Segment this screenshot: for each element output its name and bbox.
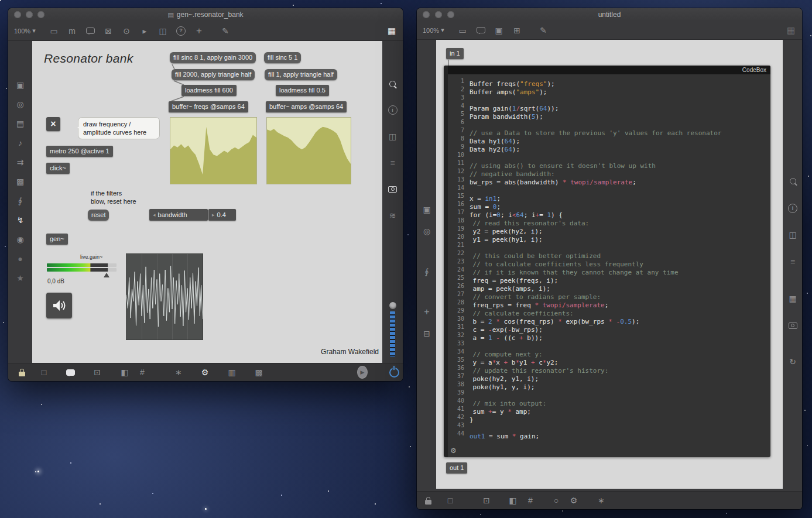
- grid-view-icon[interactable]: ▦: [786, 25, 796, 36]
- circle-icon[interactable]: ○: [551, 495, 561, 506]
- wrench-icon[interactable]: ⚙: [568, 495, 579, 506]
- message-reset[interactable]: reset: [88, 210, 109, 221]
- new-button-icon[interactable]: ⊙: [121, 26, 132, 36]
- grid-snap-icon[interactable]: #: [137, 367, 148, 378]
- ui-panel-icon[interactable]: ▤: [15, 118, 26, 129]
- audio-note-icon[interactable]: ♪: [15, 138, 26, 148]
- buffer-display-freqs[interactable]: [170, 117, 257, 184]
- refresh-icon[interactable]: ↻: [787, 356, 798, 367]
- gen-cube-icon[interactable]: ▣: [422, 204, 432, 215]
- step-grid-icon[interactable]: ▩: [253, 367, 264, 378]
- select-mode-icon[interactable]: □: [39, 367, 49, 378]
- new-comment-icon[interactable]: [85, 26, 95, 36]
- lock-icon[interactable]: [423, 495, 433, 506]
- attachment-icon[interactable]: ∮: [422, 266, 432, 277]
- compare-icon[interactable]: ◧: [508, 495, 518, 506]
- object-loadmess-amps[interactable]: loadmess fill 0.5: [276, 85, 329, 96]
- paint-icon[interactable]: ✎: [538, 25, 549, 36]
- help-icon[interactable]: ?: [176, 26, 186, 36]
- codebox[interactable]: CodeBox 1Buffer freqs("freqs");2Buffer a…: [444, 66, 770, 457]
- audio-on-button[interactable]: [46, 293, 72, 318]
- paint-icon[interactable]: ✎: [220, 26, 231, 36]
- close-button[interactable]: [423, 11, 430, 18]
- minimize-button[interactable]: [26, 11, 33, 18]
- object-click[interactable]: click~: [46, 163, 70, 174]
- plug-icon[interactable]: ↯: [15, 215, 26, 225]
- dual-view-icon[interactable]: ◫: [388, 131, 398, 142]
- attachment-icon[interactable]: ∮: [15, 195, 26, 206]
- object-inlet[interactable]: in 1: [446, 48, 464, 59]
- search-icon[interactable]: [787, 176, 798, 186]
- layers-icon[interactable]: ⊡: [92, 367, 102, 378]
- dual-view-icon[interactable]: ◫: [787, 229, 798, 240]
- compare-icon[interactable]: ◧: [119, 367, 130, 378]
- message-fill-triangle-amps[interactable]: fill 1, apply triangle half: [265, 69, 337, 80]
- run-loop-button[interactable]: ▶: [357, 367, 368, 378]
- close-button[interactable]: [14, 11, 21, 18]
- new-object-icon[interactable]: ▭: [49, 26, 59, 36]
- zoom-button[interactable]: [447, 11, 454, 18]
- star-icon[interactable]: ★: [15, 273, 26, 283]
- record-icon[interactable]: ◎: [15, 99, 26, 109]
- message-fill-triangle-freqs[interactable]: fill 2000, apply triangle half: [172, 69, 255, 80]
- record-icon[interactable]: ◎: [422, 226, 432, 236]
- branch-icon[interactable]: ∗: [173, 367, 184, 378]
- grid-snap-icon[interactable]: #: [525, 495, 536, 506]
- list-view-icon[interactable]: ≡: [388, 157, 398, 168]
- toggle-object[interactable]: ×: [46, 117, 60, 131]
- codebox-edit-icon[interactable]: ⚙: [450, 447, 457, 455]
- attrui-bandwidth-value[interactable]: ▸ 0.4: [208, 209, 236, 221]
- info-icon[interactable]: i: [388, 105, 398, 115]
- grid-view-icon[interactable]: ▦: [386, 26, 397, 36]
- message-fill-sinc-freqs[interactable]: fill sinc 8 1, apply gain 3000: [170, 52, 256, 63]
- new-toggle-icon[interactable]: ⊠: [103, 26, 114, 36]
- add-icon[interactable]: +: [422, 307, 432, 317]
- filters-icon[interactable]: ≋: [388, 210, 398, 221]
- list-view-icon[interactable]: ≡: [787, 256, 798, 267]
- new-message-icon[interactable]: m: [67, 26, 77, 36]
- object-gen[interactable]: gen~: [46, 234, 68, 245]
- object-buffer-freqs[interactable]: buffer~ freqs @samps 64: [169, 101, 248, 112]
- lock-icon[interactable]: [16, 367, 27, 378]
- collapse-icon[interactable]: ⊟: [422, 328, 432, 339]
- grid-icon[interactable]: ▦: [787, 293, 798, 304]
- new-object-icon[interactable]: ▭: [457, 25, 468, 36]
- select-mode-icon[interactable]: □: [445, 495, 455, 506]
- meter-knob[interactable]: [389, 302, 396, 309]
- object-buffer-amps[interactable]: buffer~ amps @samps 64: [266, 101, 347, 112]
- comments-toggle-icon[interactable]: [65, 367, 76, 378]
- snapshot-camera-icon[interactable]: [787, 320, 798, 331]
- new-playbar-icon[interactable]: ▸: [139, 26, 150, 36]
- sphere-icon[interactable]: ●: [15, 253, 26, 264]
- attrui-bandwidth[interactable]: ◂ bandwidth: [149, 209, 208, 221]
- message-fill-sinc-amps[interactable]: fill sinc 5 1: [264, 52, 301, 63]
- gen-cube-icon[interactable]: ▣: [15, 80, 26, 90]
- object-metro[interactable]: metro 250 @active 1: [46, 146, 113, 157]
- zoom-control[interactable]: 100%▾: [14, 27, 41, 35]
- new-panel-icon[interactable]: ◫: [157, 26, 168, 36]
- livegain-slider[interactable]: [47, 263, 117, 273]
- layers-icon[interactable]: ⊡: [481, 495, 492, 506]
- template-icon[interactable]: ⊞: [512, 25, 522, 36]
- zoom-button[interactable]: [37, 11, 44, 18]
- new-comment-icon[interactable]: [475, 25, 486, 36]
- buffer-display-amps[interactable]: [266, 117, 351, 184]
- zoom-control[interactable]: 100%▾: [423, 26, 450, 34]
- object-outlet[interactable]: out 1: [446, 462, 467, 474]
- branch-icon[interactable]: ∗: [596, 495, 607, 506]
- add-object-icon[interactable]: +: [194, 26, 204, 36]
- routing-icon[interactable]: ⇉: [15, 157, 26, 167]
- patcher-canvas[interactable]: in 1 CodeBox 1Buffer freqs("freqs");2Buf…: [436, 40, 783, 489]
- livegain-fader-handle[interactable]: [104, 270, 109, 277]
- dial-icon[interactable]: ◉: [15, 234, 26, 245]
- wrench-icon[interactable]: ⚙: [200, 367, 210, 378]
- keys-icon[interactable]: ▥: [227, 367, 237, 378]
- info-icon[interactable]: i: [787, 203, 798, 214]
- object-loadmess-freqs[interactable]: loadmess fill 600: [181, 85, 237, 96]
- image-icon[interactable]: ▩: [15, 176, 26, 187]
- audio-power-button[interactable]: [389, 367, 399, 378]
- snapshot-camera-icon[interactable]: [388, 184, 398, 194]
- search-icon[interactable]: [388, 78, 398, 89]
- minimize-button[interactable]: [435, 11, 442, 18]
- patcher-canvas[interactable]: Resonator bank fill sinc 8 1, apply gain…: [32, 41, 382, 363]
